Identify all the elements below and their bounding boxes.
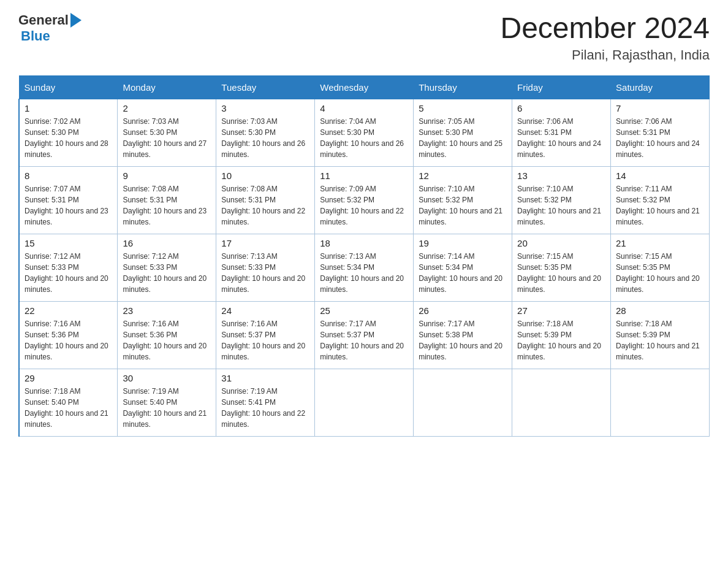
calendar-week-row: 15Sunrise: 7:12 AMSunset: 5:33 PMDayligh… [19, 234, 710, 301]
day-number: 12 [419, 170, 507, 181]
day-info: Sunrise: 7:06 AMSunset: 5:31 PMDaylight:… [517, 116, 605, 160]
day-info: Sunrise: 7:17 AMSunset: 5:38 PMDaylight:… [419, 318, 507, 362]
calendar-cell: 6Sunrise: 7:06 AMSunset: 5:31 PMDaylight… [512, 99, 611, 166]
header-thursday: Thursday [414, 75, 512, 99]
day-info: Sunrise: 7:19 AMSunset: 5:40 PMDaylight:… [123, 386, 211, 430]
calendar-week-row: 1Sunrise: 7:02 AMSunset: 5:30 PMDaylight… [19, 99, 710, 166]
day-info: Sunrise: 7:18 AMSunset: 5:39 PMDaylight:… [616, 318, 704, 362]
calendar-cell: 11Sunrise: 7:09 AMSunset: 5:32 PMDayligh… [315, 166, 414, 234]
day-number: 25 [320, 305, 408, 316]
calendar-cell: 15Sunrise: 7:12 AMSunset: 5:33 PMDayligh… [19, 234, 118, 301]
day-info: Sunrise: 7:16 AMSunset: 5:36 PMDaylight:… [25, 318, 112, 362]
calendar-cell: 9Sunrise: 7:08 AMSunset: 5:31 PMDaylight… [118, 166, 216, 234]
calendar-cell: 25Sunrise: 7:17 AMSunset: 5:37 PMDayligh… [315, 301, 414, 369]
day-number: 4 [320, 103, 408, 113]
day-info: Sunrise: 7:06 AMSunset: 5:31 PMDaylight:… [616, 116, 704, 160]
calendar-week-row: 22Sunrise: 7:16 AMSunset: 5:36 PMDayligh… [19, 301, 710, 369]
day-number: 28 [616, 305, 704, 316]
day-number: 23 [123, 305, 211, 316]
day-number: 13 [517, 170, 605, 181]
day-number: 21 [616, 238, 704, 248]
calendar-cell: 2Sunrise: 7:03 AMSunset: 5:30 PMDaylight… [118, 99, 216, 166]
day-number: 26 [419, 305, 507, 316]
calendar-cell: 26Sunrise: 7:17 AMSunset: 5:38 PMDayligh… [414, 301, 512, 369]
day-number: 1 [25, 103, 112, 113]
calendar-cell: 19Sunrise: 7:14 AMSunset: 5:34 PMDayligh… [414, 234, 512, 301]
day-info: Sunrise: 7:16 AMSunset: 5:37 PMDaylight:… [221, 318, 309, 362]
day-info: Sunrise: 7:08 AMSunset: 5:31 PMDaylight:… [123, 183, 211, 228]
location-title: Pilani, Rajasthan, India [500, 47, 710, 63]
calendar-cell: 24Sunrise: 7:16 AMSunset: 5:37 PMDayligh… [216, 301, 315, 369]
day-number: 15 [25, 238, 112, 248]
calendar-cell: 1Sunrise: 7:02 AMSunset: 5:30 PMDaylight… [19, 99, 118, 166]
day-info: Sunrise: 7:13 AMSunset: 5:33 PMDaylight:… [221, 251, 309, 295]
header-sunday: Sunday [19, 75, 118, 99]
day-number: 2 [123, 103, 211, 113]
day-info: Sunrise: 7:02 AMSunset: 5:30 PMDaylight:… [25, 116, 112, 160]
logo-triangle-icon [70, 13, 82, 28]
calendar-cell: 10Sunrise: 7:08 AMSunset: 5:31 PMDayligh… [216, 166, 315, 234]
header-saturday: Saturday [611, 75, 710, 99]
logo-general-text: General [18, 12, 69, 28]
day-info: Sunrise: 7:12 AMSunset: 5:33 PMDaylight:… [25, 251, 112, 295]
calendar-cell: 30Sunrise: 7:19 AMSunset: 5:40 PMDayligh… [118, 369, 216, 436]
day-info: Sunrise: 7:11 AMSunset: 5:32 PMDaylight:… [616, 183, 704, 228]
header-tuesday: Tuesday [216, 75, 315, 99]
day-number: 6 [517, 103, 605, 113]
day-number: 16 [123, 238, 211, 248]
day-info: Sunrise: 7:19 AMSunset: 5:41 PMDaylight:… [221, 386, 309, 430]
logo: General Blue [18, 12, 82, 44]
header-friday: Friday [512, 75, 611, 99]
calendar-cell [512, 369, 611, 436]
day-info: Sunrise: 7:12 AMSunset: 5:33 PMDaylight:… [123, 251, 211, 295]
day-info: Sunrise: 7:07 AMSunset: 5:31 PMDaylight:… [25, 183, 112, 228]
calendar-cell: 20Sunrise: 7:15 AMSunset: 5:35 PMDayligh… [512, 234, 611, 301]
calendar-cell: 23Sunrise: 7:16 AMSunset: 5:36 PMDayligh… [118, 301, 216, 369]
day-number: 10 [221, 170, 309, 181]
calendar-week-row: 8Sunrise: 7:07 AMSunset: 5:31 PMDaylight… [19, 166, 710, 234]
day-number: 22 [25, 305, 112, 316]
calendar-cell: 5Sunrise: 7:05 AMSunset: 5:30 PMDaylight… [414, 99, 512, 166]
calendar-cell [315, 369, 414, 436]
calendar-cell: 7Sunrise: 7:06 AMSunset: 5:31 PMDaylight… [611, 99, 710, 166]
calendar-cell: 8Sunrise: 7:07 AMSunset: 5:31 PMDaylight… [19, 166, 118, 234]
day-info: Sunrise: 7:09 AMSunset: 5:32 PMDaylight:… [320, 183, 408, 228]
day-number: 14 [616, 170, 704, 181]
logo-blue-text: Blue [21, 28, 50, 44]
calendar-table: SundayMondayTuesdayWednesdayThursdayFrid… [18, 75, 710, 437]
day-number: 20 [517, 238, 605, 248]
day-number: 8 [25, 170, 112, 181]
day-info: Sunrise: 7:16 AMSunset: 5:36 PMDaylight:… [123, 318, 211, 362]
day-info: Sunrise: 7:10 AMSunset: 5:32 PMDaylight:… [517, 183, 605, 228]
calendar-week-row: 29Sunrise: 7:18 AMSunset: 5:40 PMDayligh… [19, 369, 710, 436]
day-number: 30 [123, 373, 211, 383]
calendar-cell: 16Sunrise: 7:12 AMSunset: 5:33 PMDayligh… [118, 234, 216, 301]
calendar-cell: 13Sunrise: 7:10 AMSunset: 5:32 PMDayligh… [512, 166, 611, 234]
calendar-cell: 3Sunrise: 7:03 AMSunset: 5:30 PMDaylight… [216, 99, 315, 166]
title-section: December 2024 Pilani, Rajasthan, India [500, 12, 710, 63]
day-number: 18 [320, 238, 408, 248]
day-number: 17 [221, 238, 309, 248]
calendar-cell: 18Sunrise: 7:13 AMSunset: 5:34 PMDayligh… [315, 234, 414, 301]
calendar-cell: 22Sunrise: 7:16 AMSunset: 5:36 PMDayligh… [19, 301, 118, 369]
day-info: Sunrise: 7:04 AMSunset: 5:30 PMDaylight:… [320, 116, 408, 160]
month-title: December 2024 [500, 12, 710, 45]
day-number: 27 [517, 305, 605, 316]
day-number: 9 [123, 170, 211, 181]
day-info: Sunrise: 7:05 AMSunset: 5:30 PMDaylight:… [419, 116, 507, 160]
day-number: 7 [616, 103, 704, 113]
day-info: Sunrise: 7:13 AMSunset: 5:34 PMDaylight:… [320, 251, 408, 295]
day-number: 5 [419, 103, 507, 113]
day-number: 29 [25, 373, 112, 383]
calendar-cell: 27Sunrise: 7:18 AMSunset: 5:39 PMDayligh… [512, 301, 611, 369]
day-number: 31 [221, 373, 309, 383]
calendar-cell [414, 369, 512, 436]
header-monday: Monday [118, 75, 216, 99]
day-info: Sunrise: 7:15 AMSunset: 5:35 PMDaylight:… [517, 251, 605, 295]
day-info: Sunrise: 7:15 AMSunset: 5:35 PMDaylight:… [616, 251, 704, 295]
day-info: Sunrise: 7:17 AMSunset: 5:37 PMDaylight:… [320, 318, 408, 362]
day-number: 3 [221, 103, 309, 113]
calendar-cell: 14Sunrise: 7:11 AMSunset: 5:32 PMDayligh… [611, 166, 710, 234]
day-info: Sunrise: 7:03 AMSunset: 5:30 PMDaylight:… [221, 116, 309, 160]
day-info: Sunrise: 7:08 AMSunset: 5:31 PMDaylight:… [221, 183, 309, 228]
